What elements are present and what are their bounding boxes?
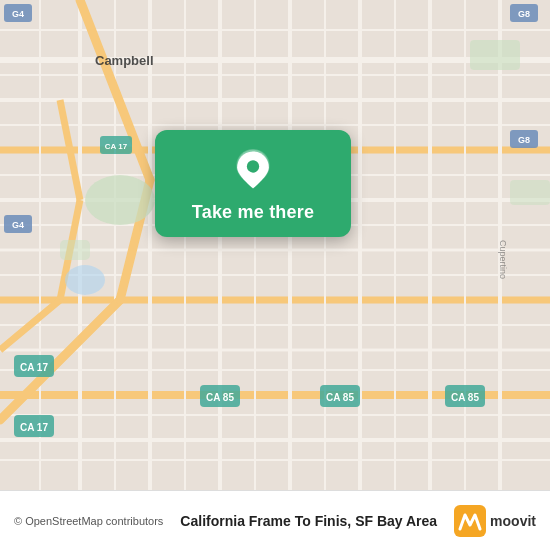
place-name: California Frame To Finis, SF Bay Area bbox=[163, 513, 454, 529]
svg-text:CA 17: CA 17 bbox=[20, 362, 48, 373]
svg-text:G4: G4 bbox=[12, 220, 24, 230]
svg-text:CA 85: CA 85 bbox=[451, 392, 479, 403]
moovit-icon bbox=[454, 505, 486, 537]
svg-rect-44 bbox=[510, 180, 550, 205]
svg-rect-72 bbox=[454, 505, 486, 537]
svg-text:G8: G8 bbox=[518, 135, 530, 145]
svg-text:Campbell: Campbell bbox=[95, 53, 154, 68]
location-pin-icon bbox=[231, 148, 275, 192]
svg-point-40 bbox=[85, 175, 155, 225]
bottom-bar: © OpenStreetMap contributors California … bbox=[0, 490, 550, 550]
svg-rect-42 bbox=[60, 240, 90, 260]
svg-text:G4: G4 bbox=[12, 9, 24, 19]
map-container: CA 17 CA 17 CA 85 CA 85 CA 85 G4 G4 G8 G… bbox=[0, 0, 550, 490]
svg-point-71 bbox=[247, 160, 259, 172]
map-background: CA 17 CA 17 CA 85 CA 85 CA 85 G4 G4 G8 G… bbox=[0, 0, 550, 490]
svg-text:G8: G8 bbox=[518, 9, 530, 19]
svg-rect-43 bbox=[470, 40, 520, 70]
svg-text:CA 17: CA 17 bbox=[20, 422, 48, 433]
svg-text:CA 85: CA 85 bbox=[206, 392, 234, 403]
svg-point-41 bbox=[65, 265, 105, 295]
copyright-text: © OpenStreetMap contributors bbox=[14, 515, 163, 527]
svg-text:Cupertino: Cupertino bbox=[498, 240, 508, 279]
take-me-there-label: Take me there bbox=[192, 202, 314, 223]
svg-text:CA 85: CA 85 bbox=[326, 392, 354, 403]
moovit-logo: moovit bbox=[454, 505, 536, 537]
moovit-text: moovit bbox=[490, 513, 536, 529]
svg-text:CA 17: CA 17 bbox=[105, 142, 128, 151]
take-me-there-button[interactable]: Take me there bbox=[155, 130, 351, 237]
